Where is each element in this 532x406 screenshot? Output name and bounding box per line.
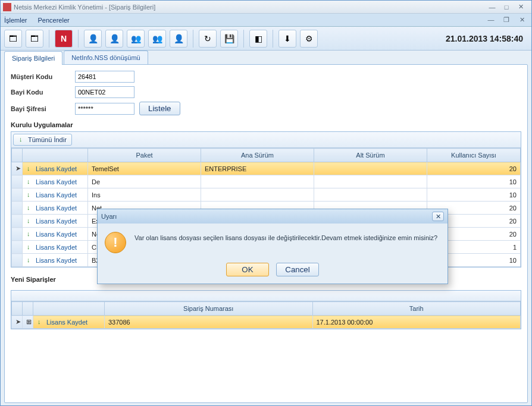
tab-siparis-bilgileri[interactable]: Sipariş Bilgileri	[4, 51, 62, 65]
input-bayi-sifresi[interactable]	[75, 103, 134, 115]
lisans-kaydet-cell[interactable]: Lisans Kaydet	[33, 316, 105, 329]
table-row[interactable]: ➤⊞Lisans Kaydet33708617.1.2013 00:00:00	[12, 316, 521, 329]
dialog-close-button[interactable]: ✕	[432, 212, 444, 221]
row-bayi-kodu: Bayi Kodu	[11, 86, 521, 98]
toolbar-btn-settings[interactable]: ⚙	[300, 30, 318, 48]
cell-paket: Ins	[88, 188, 201, 202]
row-indicator	[12, 202, 23, 215]
grid1-h-action	[23, 149, 88, 162]
lisans-kaydet-cell[interactable]: Lisans Kaydet	[23, 188, 88, 202]
toolbar-btn-export[interactable]: ⬇	[278, 30, 296, 48]
grid2-h-tarih[interactable]: Tarih	[312, 302, 521, 316]
lisans-kaydet-cell[interactable]: Lisans Kaydet	[23, 175, 88, 188]
grid1-h-indicator	[12, 149, 23, 162]
download-icon	[26, 257, 33, 264]
cell-alt	[314, 175, 427, 188]
lisans-kaydet-label: Lisans Kaydet	[36, 218, 77, 225]
table-row[interactable]: Lisans KaydetDe10	[12, 175, 521, 188]
lisans-kaydet-cell[interactable]: Lisans Kaydet	[23, 228, 88, 241]
grid-yeni-siparisler: Sipariş Numarası Tarih ➤⊞Lisans Kaydet33…	[11, 290, 521, 329]
dialog-title: Uyarı	[101, 213, 432, 220]
menu-islemler[interactable]: İşlemler	[4, 17, 27, 24]
toolbar-btn-1[interactable]: 🗔	[4, 30, 22, 48]
download-icon	[37, 319, 44, 326]
listele-button[interactable]: Listele	[139, 102, 180, 115]
grid1-header-row: Paket Ana Sürüm Alt Sürüm Kullanıcı Sayı…	[12, 149, 521, 162]
row-indicator: ➤	[12, 162, 23, 175]
tabstrip: Sipariş Bilgileri NetInfo.NSS dönüşümü	[4, 51, 528, 64]
dialog-cancel-button[interactable]: Cancel	[276, 263, 319, 276]
lisans-kaydet-cell[interactable]: Lisans Kaydet	[23, 215, 88, 228]
toolbar-btn-user-down[interactable]: 👤	[105, 30, 123, 48]
minimize-button[interactable]: —	[487, 3, 497, 11]
lisans-kaydet-label: Lisans Kaydet	[36, 191, 77, 199]
tab-netinfo-donusumu[interactable]: NetInfo.NSS dönüşümü	[64, 51, 148, 64]
menu-pencereler[interactable]: Pencereler	[38, 17, 70, 24]
grid2-h-ind1	[12, 302, 23, 316]
table-row[interactable]: ➤Lisans KaydetTemelSetENTERPRISE20	[12, 162, 521, 175]
toolbar-btn-refresh[interactable]: ↻	[199, 30, 217, 48]
lisans-kaydet-label: Lisans Kaydet	[46, 319, 87, 326]
grid2-header-row: Sipariş Numarası Tarih	[12, 302, 521, 316]
dialog-buttons: OK Cancel	[98, 259, 447, 284]
grid1-h-ana[interactable]: Ana Sürüm	[201, 149, 314, 162]
download-icon	[26, 244, 33, 251]
maximize-button[interactable]: □	[502, 3, 511, 11]
cell-alt	[314, 162, 427, 175]
grid1-h-kul[interactable]: Kullanıcı Sayısı	[427, 149, 521, 162]
lisans-kaydet-label: Lisans Kaydet	[36, 244, 77, 251]
row-bayi-sifresi: Bayi Şifresi Listele	[11, 102, 521, 115]
toolbar-btn-user-cal[interactable]: 👤	[170, 30, 187, 48]
cell-paket: TemelSet	[88, 162, 201, 175]
grid1-h-alt[interactable]: Alt Sürüm	[314, 149, 427, 162]
grid2-h-action	[33, 302, 105, 316]
row-indicator	[12, 254, 23, 267]
download-icon	[26, 204, 33, 212]
label-musteri-kodu: Müşteri Kodu	[11, 73, 70, 80]
dialog-ok-button[interactable]: OK	[226, 263, 269, 276]
label-bayi-sifresi: Bayi Şifresi	[11, 105, 70, 112]
input-bayi-kodu[interactable]	[75, 86, 134, 98]
mdi-restore-button[interactable]: ❐	[502, 15, 511, 24]
toolbar-btn-n[interactable]: N	[55, 30, 73, 48]
toolbar-btn-user-add[interactable]: 👤	[84, 30, 102, 48]
mdi-close-button[interactable]: ✕	[517, 15, 527, 24]
toolbar-btn-erase[interactable]: ◧	[249, 30, 267, 48]
grid2-h-ind2	[23, 302, 33, 316]
window-title: Netsis Merkezi Kimlik Yönetimi - [Sipari…	[14, 4, 487, 11]
mdi-minimize-button[interactable]: —	[486, 15, 496, 24]
titlebar: Netsis Merkezi Kimlik Yönetimi - [Sipari…	[1, 1, 531, 14]
grid2-toolbar	[11, 291, 521, 301]
lisans-kaydet-cell[interactable]: Lisans Kaydet	[23, 202, 88, 215]
toolbar-btn-users-2[interactable]: 👥	[148, 30, 166, 48]
toolbar-btn-save[interactable]: 💾	[220, 30, 238, 48]
grid1-h-paket[interactable]: Paket	[88, 149, 201, 162]
lisans-kaydet-cell[interactable]: Lisans Kaydet	[23, 254, 88, 267]
input-musteri-kodu[interactable]	[75, 71, 134, 83]
download-icon	[26, 231, 33, 238]
dialog-message: Var olan lisans dosyası seçilen lisans d…	[134, 232, 437, 253]
cell-alt	[314, 188, 427, 202]
tumunu-indir-button[interactable]: Tümünü İndir	[13, 134, 72, 146]
lisans-kaydet-label: Lisans Kaydet	[36, 165, 77, 172]
warning-icon: !	[105, 232, 126, 253]
cell-tarih: 17.1.2013 00:00:00	[312, 316, 521, 329]
grid2-h-num[interactable]: Sipariş Numarası	[105, 302, 313, 316]
table-row[interactable]: Lisans KaydetIns10	[12, 188, 521, 202]
expand-icon[interactable]: ⊞	[23, 316, 33, 329]
window-controls: — □ ✕	[487, 3, 529, 11]
toolbar-separator	[273, 30, 273, 48]
cell-ana: ENTERPRISE	[201, 162, 314, 175]
lisans-kaydet-cell[interactable]: Lisans Kaydet	[23, 162, 88, 175]
cell-kullanici-sayisi: 20	[427, 162, 521, 175]
tumunu-indir-label: Tümünü İndir	[28, 136, 67, 143]
download-icon	[26, 218, 33, 225]
row-indicator	[12, 215, 23, 228]
close-button[interactable]: ✕	[516, 3, 525, 11]
toolbar-btn-users-1[interactable]: 👥	[127, 30, 145, 48]
cell-kullanici-sayisi: 10	[427, 188, 521, 202]
cell-siparis-numarasi: 337086	[105, 316, 313, 329]
toolbar-btn-2[interactable]: 🗔	[26, 30, 43, 48]
lisans-kaydet-cell[interactable]: Lisans Kaydet	[23, 241, 88, 254]
toolbar-separator	[78, 30, 79, 48]
